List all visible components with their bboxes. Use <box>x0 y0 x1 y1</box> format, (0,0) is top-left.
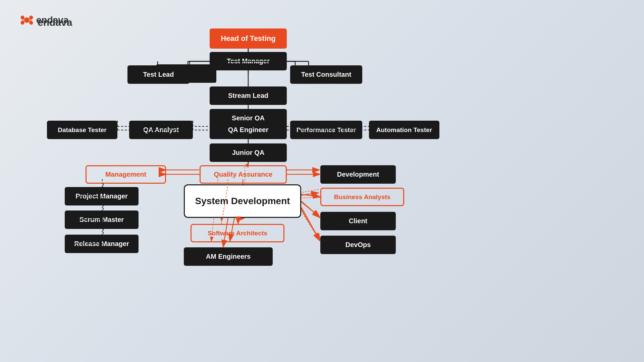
performance-tester-box: Performance Tester <box>290 121 362 139</box>
logo-wordmark: endava <box>38 17 72 28</box>
test-consultant-box: Test Consultant <box>290 65 362 84</box>
software-architects-box: Software Architects <box>191 224 284 242</box>
endava-logo-svg <box>18 12 35 28</box>
business-analysts-box: Business Analysts <box>320 188 404 206</box>
svg-point-74 <box>30 16 33 19</box>
management-box: Management <box>86 165 166 184</box>
scrum-master-box: Scrum Master <box>65 210 139 229</box>
quality-assurance-box: Quality Assurance <box>200 165 287 184</box>
system-development-box: System Development <box>184 184 301 218</box>
development-box: Development <box>320 165 396 184</box>
head-of-testing-box: Head of Testing <box>210 28 287 49</box>
test-lead-box: Test Lead <box>127 65 190 84</box>
automation-tester-box: Automation Tester <box>369 121 439 139</box>
svg-point-76 <box>30 21 33 25</box>
svg-point-73 <box>21 16 24 19</box>
org-chart: Head of Testing Test Manager Test Lead T… <box>0 0 644 362</box>
database-tester-box: Database Tester <box>47 121 117 139</box>
qa-engineer-box: QA Engineer <box>210 121 287 139</box>
svg-point-75 <box>21 21 24 25</box>
project-manager-box: Project Manager <box>65 187 139 205</box>
client-box: Client <box>320 212 396 230</box>
release-manager-box: Release Manager <box>65 235 139 253</box>
svg-point-72 <box>24 18 29 22</box>
am-engineers-box: AM Engineers <box>184 247 273 266</box>
devops-box: DevOps <box>320 236 396 254</box>
junior-qa-box: Junior QA <box>210 143 287 162</box>
qa-analyst-box: QA Analyst <box>129 121 193 139</box>
stream-lead-box: Stream Lead <box>210 86 287 105</box>
test-manager-box: Test Manager <box>210 52 287 70</box>
